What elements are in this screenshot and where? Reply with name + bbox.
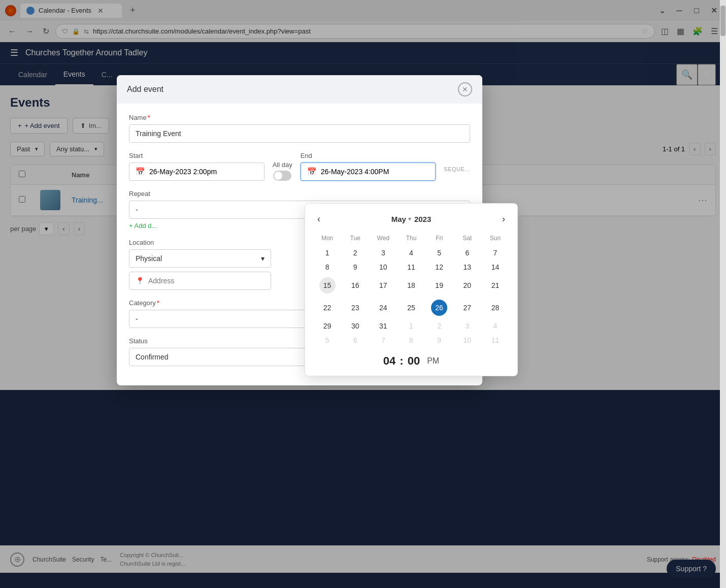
close-icon: ✕ <box>462 85 468 93</box>
cal-day[interactable]: 22 <box>313 297 341 319</box>
cal-day[interactable]: 6 <box>453 246 481 260</box>
cal-prev-btn[interactable]: ‹ <box>313 212 324 226</box>
add-date-text: Add d... <box>135 222 157 230</box>
col-sat: Sat <box>453 233 481 246</box>
cal-day[interactable]: 9 <box>341 260 369 274</box>
cal-day-other: 7 <box>369 333 397 347</box>
cal-day[interactable]: 24 <box>369 297 397 319</box>
address-input-wrap: 📍 <box>129 272 271 290</box>
calendar-nav: ‹ May ▾ 2023 › <box>313 212 509 226</box>
col-sun: Sun <box>481 233 509 246</box>
start-date-input[interactable]: 📅 26-May-2023 2:00pm <box>129 162 265 181</box>
cal-day[interactable]: 16 <box>341 274 369 297</box>
cal-day-other: 9 <box>425 333 453 347</box>
time-separator: : <box>400 354 403 368</box>
cal-day[interactable]: 31 <box>369 319 397 333</box>
location-value: Physical <box>136 254 162 263</box>
cal-day-other: 4 <box>481 319 509 333</box>
end-date-field: End 📅 26-May-2023 4:00PM <box>301 152 436 181</box>
name-required-star: * <box>148 114 150 121</box>
cal-week-5: 29 30 31 1 2 3 4 <box>313 319 509 333</box>
cal-week-1: 1 2 3 4 5 6 7 <box>313 246 509 260</box>
cal-day[interactable]: 8 <box>313 260 341 274</box>
cal-day[interactable]: 23 <box>341 297 369 319</box>
calendar-grid: Mon Tue Wed Thu Fri Sat Sun 1 2 3 4 5 6 … <box>313 233 509 347</box>
time-minutes[interactable]: 00 <box>408 354 420 368</box>
cal-week-6: 5 6 7 8 9 10 11 <box>313 333 509 347</box>
cal-month: May <box>391 215 406 223</box>
col-thu: Thu <box>397 233 425 246</box>
cal-day[interactable]: 21 <box>481 274 509 297</box>
cal-day[interactable]: 29 <box>313 319 341 333</box>
cal-day[interactable]: 27 <box>453 297 481 319</box>
cal-month-year: May ▾ 2023 <box>391 215 432 223</box>
seq-label: SEQUE... <box>444 166 470 172</box>
cal-next-btn[interactable]: › <box>498 212 509 226</box>
start-label: Start <box>129 152 265 159</box>
modal-title: Add event <box>127 85 163 94</box>
cal-day-other: 10 <box>453 333 481 347</box>
cal-day[interactable]: 28 <box>481 297 509 319</box>
calendar-popup: ‹ May ▾ 2023 › Mon Tue Wed Thu Fri Sat S… <box>305 203 518 376</box>
address-input[interactable] <box>148 277 265 285</box>
cal-day[interactable]: 19 <box>425 274 453 297</box>
date-row: Start 📅 26-May-2023 2:00pm All day End 📅… <box>129 152 470 181</box>
end-date-input[interactable]: 📅 26-May-2023 4:00PM <box>301 162 436 181</box>
cal-day[interactable]: 18 <box>397 274 425 297</box>
allday-toggle[interactable] <box>273 171 291 181</box>
cal-day-selected[interactable]: 26 <box>425 297 453 319</box>
calendar-icon-start: 📅 <box>136 167 145 176</box>
col-fri: Fri <box>425 233 453 246</box>
cal-day[interactable]: 10 <box>369 260 397 274</box>
cal-day[interactable]: 11 <box>397 260 425 274</box>
name-label: Name* <box>129 114 470 121</box>
modal-close-button[interactable]: ✕ <box>458 82 472 96</box>
col-mon: Mon <box>313 233 341 246</box>
name-form-group: Name* <box>129 114 470 143</box>
col-wed: Wed <box>369 233 397 246</box>
cal-day-today[interactable]: 15 <box>313 274 341 297</box>
time-ampm[interactable]: PM <box>427 356 439 366</box>
cal-day[interactable]: 12 <box>425 260 453 274</box>
time-hours[interactable]: 04 <box>383 354 395 368</box>
seq-label-wrap: SEQUE... <box>444 164 470 173</box>
cal-day[interactable]: 20 <box>453 274 481 297</box>
cal-day-other: 8 <box>397 333 425 347</box>
cal-week-2: 8 9 10 11 12 13 14 <box>313 260 509 274</box>
modal-header: Add event ✕ <box>117 75 482 104</box>
cal-year: 2023 <box>414 215 431 223</box>
cal-day-other: 5 <box>313 333 341 347</box>
cal-week-4: 22 23 24 25 26 27 28 <box>313 297 509 319</box>
cal-day-other: 6 <box>341 333 369 347</box>
cal-day[interactable]: 13 <box>453 260 481 274</box>
location-chevron: ▾ <box>261 254 265 263</box>
cal-day[interactable]: 3 <box>369 246 397 260</box>
cal-day-other: 2 <box>425 319 453 333</box>
cal-day[interactable]: 7 <box>481 246 509 260</box>
cal-day[interactable]: 5 <box>425 246 453 260</box>
start-date-value: 26-May-2023 2:00pm <box>149 168 217 176</box>
cal-month-select[interactable]: May ▾ <box>391 215 411 223</box>
cal-day[interactable]: 17 <box>369 274 397 297</box>
cal-day-other: 3 <box>453 319 481 333</box>
end-label: End <box>301 152 436 159</box>
cal-day[interactable]: 14 <box>481 260 509 274</box>
start-date-field: Start 📅 26-May-2023 2:00pm <box>129 152 265 181</box>
location-select-btn[interactable]: Physical ▾ <box>129 249 271 268</box>
scrollbar[interactable] <box>720 0 726 588</box>
cal-day[interactable]: 2 <box>341 246 369 260</box>
end-date-value: 26-May-2023 4:00PM <box>321 168 389 176</box>
cal-day[interactable]: 30 <box>341 319 369 333</box>
calendar-icon-end: 📅 <box>307 167 317 176</box>
cat-required-star: * <box>157 299 159 307</box>
cal-day[interactable]: 4 <box>397 246 425 260</box>
cal-day-other: 1 <box>397 319 425 333</box>
cal-day[interactable]: 25 <box>397 297 425 319</box>
name-input[interactable] <box>129 124 470 143</box>
cal-day-other: 11 <box>481 333 509 347</box>
allday-toggle-wrap: All day <box>273 161 292 181</box>
cal-day[interactable]: 1 <box>313 246 341 260</box>
add-date-plus: + <box>129 222 133 230</box>
scrollbar-thumb[interactable] <box>720 6 725 36</box>
cal-header-row: Mon Tue Wed Thu Fri Sat Sun <box>313 233 509 246</box>
